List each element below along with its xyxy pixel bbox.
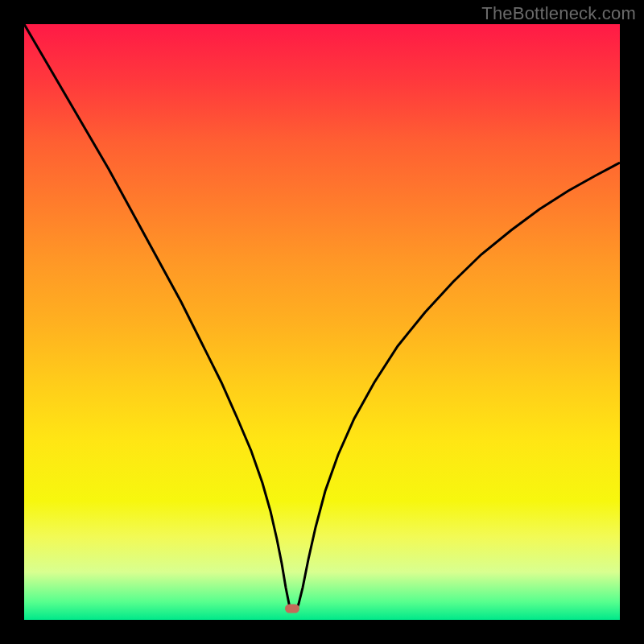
watermark-text: TheBottleneck.com (481, 3, 636, 24)
curve-svg (24, 24, 620, 620)
plot-area (24, 24, 620, 620)
bottleneck-curve (24, 24, 620, 610)
optimal-point-marker (285, 605, 299, 613)
chart-root: TheBottleneck.com (0, 0, 644, 644)
